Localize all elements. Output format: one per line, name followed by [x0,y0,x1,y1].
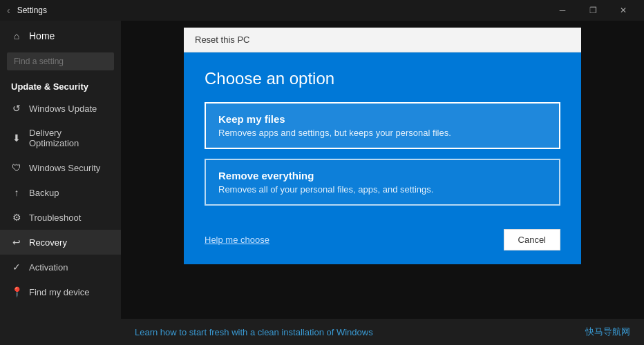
modal-overlay: Reset this PC Choose an option Keep my f… [121,21,644,345]
troubleshoot-icon: ⚙ [11,212,22,223]
option-keep-files[interactable]: Keep my files Removes apps and settings,… [205,102,560,149]
sidebar-item-label: Find my device [29,287,89,297]
close-button[interactable]: ✕ [609,0,637,21]
sidebar-item-label: Recovery [29,237,67,248]
sidebar-item-windows-security[interactable]: 🛡 Windows Security [0,155,121,180]
option-keep-files-title: Keep my files [218,113,547,125]
brand-text: 快马导航网 [585,326,630,338]
titlebar: ‹ Settings ─ ❐ ✕ [0,0,644,21]
restore-button[interactable]: ❐ [579,0,607,21]
activation-icon: ✓ [11,262,22,273]
help-me-choose-link[interactable]: Help me choose [205,235,269,245]
option-keep-files-desc: Removes apps and settings, but keeps you… [218,128,547,138]
search-input[interactable] [7,52,114,70]
cancel-button[interactable]: Cancel [504,229,560,250]
window-controls: ─ ❐ ✕ [549,0,637,21]
option-remove-everything[interactable]: Remove everything Removes all of your pe… [205,159,560,206]
dialog-title: Reset this PC [195,34,249,45]
sidebar: ⌂ Home Update & Security ↺ Windows Updat… [0,21,121,345]
sidebar-item-label: Windows Update [29,103,97,114]
dialog-heading: Choose an option [205,69,560,88]
sidebar-item-find-my-device[interactable]: 📍 Find my device [0,279,121,304]
sidebar-section-title: Update & Security [0,75,121,96]
sidebar-item-backup[interactable]: ↑ Backup [0,180,121,205]
sidebar-item-label: Backup [29,188,59,198]
dialog-titlebar: Reset this PC [184,28,581,52]
content-area: Reset this PC Choose an option Keep my f… [121,21,644,345]
dialog-body: Choose an option Keep my files Removes a… [184,52,581,264]
sidebar-item-label: Delivery Optimization [29,128,110,148]
sidebar-item-activation[interactable]: ✓ Activation [0,255,121,279]
option-remove-everything-desc: Removes all of your personal files, apps… [218,184,547,195]
windows-update-icon: ↺ [11,103,22,114]
sidebar-item-recovery[interactable]: ↩ Recovery [0,230,121,255]
dialog-footer: Help me choose Cancel [205,229,560,250]
main-layout: ⌂ Home Update & Security ↺ Windows Updat… [0,21,644,345]
sidebar-item-windows-update[interactable]: ↺ Windows Update [0,96,121,121]
content-bottom-bar: Learn how to start fresh with a clean in… [121,319,644,345]
windows-security-icon: 🛡 [11,162,22,173]
sidebar-item-label: Windows Security [29,163,100,173]
clean-install-link[interactable]: Learn how to start fresh with a clean in… [135,327,373,337]
home-icon: ⌂ [11,30,22,41]
reset-pc-dialog: Reset this PC Choose an option Keep my f… [184,28,581,264]
home-label: Home [29,30,55,41]
sidebar-item-delivery-optimization[interactable]: ⬇ Delivery Optimization [0,121,121,155]
back-button[interactable]: ‹ [7,5,10,16]
find-my-device-icon: 📍 [11,286,22,297]
minimize-button[interactable]: ─ [549,0,576,21]
sidebar-item-troubleshoot[interactable]: ⚙ Troubleshoot [0,205,121,230]
sidebar-item-label: Troubleshoot [29,213,81,223]
sidebar-item-label: Activation [29,262,68,273]
delivery-optimization-icon: ⬇ [11,132,22,144]
option-remove-everything-title: Remove everything [218,170,547,181]
sidebar-item-home[interactable]: ⌂ Home [0,23,121,48]
backup-icon: ↑ [11,187,22,198]
recovery-icon: ↩ [11,237,22,248]
app-title: Settings [17,6,549,15]
